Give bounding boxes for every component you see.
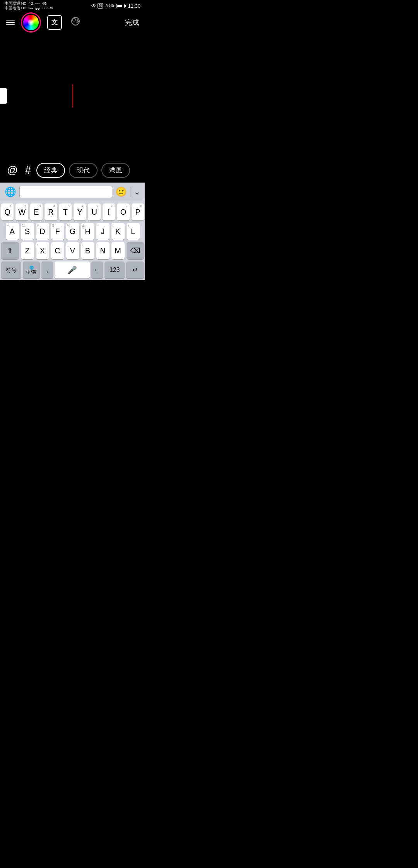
time-label: 11:30 [128, 3, 140, 9]
color-wheel-wrapper [21, 12, 41, 32]
num-label: 123 [110, 267, 120, 273]
status-bar: 中国联通 HD 4G ▪▪▪▪ 4G 中国电信 HD ▪▪▪▪ 33 K/s 👁… [0, 0, 145, 11]
key-t[interactable]: 5T [59, 203, 72, 220]
key-r[interactable]: 4R [45, 203, 57, 220]
at-symbol[interactable]: @ [5, 164, 19, 176]
key-c[interactable]: -C [51, 242, 64, 259]
key-j[interactable]: *J [96, 223, 110, 240]
globe-keyboard-icon[interactable]: 🌐 [5, 186, 16, 197]
canvas-area[interactable] [0, 34, 145, 158]
eye-icon: 👁 [91, 3, 96, 9]
key-space[interactable]: 🎤 [55, 261, 90, 279]
text-cursor [72, 84, 73, 108]
svg-point-1 [72, 18, 75, 21]
key-row-1: 1Q 2W 3E 4R 5T 6Y 7U 8I 9O 0P [1, 203, 144, 220]
symbols-label: 符号 [6, 267, 17, 273]
font-style-bar: @ # 经典 现代 港風 [0, 158, 145, 183]
carrier1-label: 中国联通 HD 4G ▪▪▪▪ 4G [5, 1, 53, 6]
hash-symbol[interactable]: # [23, 164, 33, 176]
keyboard-area: 🌐 🙂 ⌄ 1Q 2W 3E 4R 5T 6Y 7U 8I 9O 0P ~A @… [0, 183, 145, 280]
menu-icon[interactable] [6, 20, 15, 25]
key-i[interactable]: 8I [103, 203, 115, 220]
key-p[interactable]: 0P [132, 203, 144, 220]
key-123[interactable]: 123 [104, 261, 125, 279]
key-period[interactable]: 。 ○ [91, 261, 103, 279]
key-l[interactable]: )L [127, 223, 140, 240]
keyboard-input-field[interactable] [19, 186, 112, 198]
font-style-hk[interactable]: 港風 [101, 163, 130, 178]
key-x[interactable]: /X [36, 242, 49, 259]
key-f[interactable]: $F [51, 223, 64, 240]
key-k[interactable]: (K [111, 223, 125, 240]
key-comma[interactable]: ， [41, 261, 53, 279]
keyboard-collapse-icon[interactable]: ⌄ [134, 187, 140, 197]
color-wheel-button[interactable] [23, 15, 39, 30]
key-a[interactable]: ~A [6, 223, 19, 240]
emoji-icon[interactable]: 🙂 [115, 186, 127, 197]
key-lang[interactable]: 🌐 中/英 [23, 261, 40, 279]
key-shift[interactable]: ⇧ [1, 242, 19, 259]
key-d[interactable]: #D [36, 223, 49, 240]
keyboard-topbar: 🌐 🙂 ⌄ [0, 183, 145, 201]
key-e[interactable]: 3E [30, 203, 43, 220]
keyboard-divider [130, 186, 130, 197]
key-g[interactable]: %G [66, 223, 79, 240]
carrier2-label: 中国电信 HD ▪▪▪▪ 33 K/s [5, 6, 53, 10]
key-row-2: ~A @S #D $F %G &H *J (K )L [1, 223, 144, 240]
toolbar: 文 完成 [0, 11, 145, 34]
key-q[interactable]: 1Q [1, 203, 14, 220]
key-v[interactable]: _V [66, 242, 79, 259]
font-style-modern[interactable]: 现代 [69, 163, 98, 178]
key-s[interactable]: @S [21, 223, 34, 240]
font-style-classic[interactable]: 经典 [36, 163, 65, 178]
scroll-indicator [0, 88, 7, 104]
key-h[interactable]: &H [81, 223, 94, 240]
key-row-3: ⇧ 'Z /X -C _V :B ;N M ⌫ [1, 242, 144, 259]
key-w[interactable]: 2W [15, 203, 28, 220]
key-n[interactable]: ;N [96, 242, 110, 259]
translate-text-icon[interactable]: 文 [47, 15, 62, 30]
key-b[interactable]: :B [81, 242, 94, 259]
key-z[interactable]: 'Z [21, 242, 34, 259]
keyboard-rows: 1Q 2W 3E 4R 5T 6Y 7U 8I 9O 0P ~A @S #D $… [0, 201, 145, 280]
key-backspace[interactable]: ⌫ [127, 242, 144, 259]
battery-percent: 76% [104, 3, 114, 9]
status-right: 👁 N 76% 11:30 [91, 3, 140, 9]
battery-icon [116, 4, 125, 8]
key-row-4: 符号 🌐 中/英 ， 🎤 。 ○ 123 ↵ [1, 261, 144, 279]
key-symbols[interactable]: 符号 [1, 261, 21, 279]
lang-label: 中/英 [26, 270, 36, 274]
translate-label: 文 [51, 19, 58, 27]
done-button[interactable]: 完成 [125, 18, 139, 27]
key-u[interactable]: 7U [88, 203, 100, 220]
key-y[interactable]: 6Y [74, 203, 86, 220]
key-o[interactable]: 9O [117, 203, 129, 220]
key-m[interactable]: M [111, 242, 125, 259]
carrier-info: 中国联通 HD 4G ▪▪▪▪ 4G 中国电信 HD ▪▪▪▪ 33 K/s [5, 1, 53, 11]
nfc-icon: N [98, 3, 103, 9]
key-return[interactable]: ↵ [126, 261, 144, 279]
voice-icon[interactable] [70, 15, 81, 29]
